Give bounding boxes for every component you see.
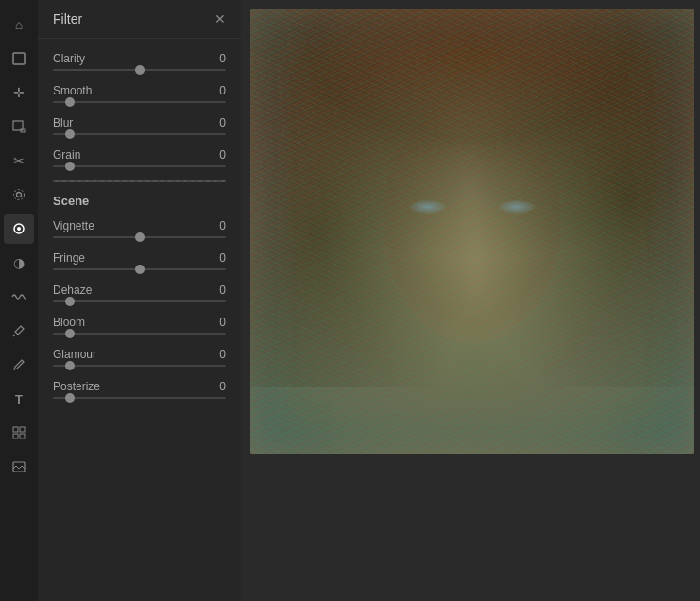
- posterize-slider[interactable]: [53, 397, 226, 399]
- bloom-slider[interactable]: [53, 333, 226, 335]
- fringe-value: 0: [219, 251, 226, 265]
- grain-thumb[interactable]: [65, 162, 75, 171]
- home-icon[interactable]: ⌂: [4, 9, 34, 40]
- vignette-value: 0: [219, 219, 226, 232]
- clarity-thumb[interactable]: [135, 65, 145, 75]
- settings-icon[interactable]: [4, 180, 34, 210]
- text-icon[interactable]: T: [4, 384, 34, 414]
- blur-thumb[interactable]: [65, 129, 75, 139]
- canvas-image[interactable]: [250, 9, 694, 454]
- scene-section-label: Scene: [38, 184, 241, 214]
- filter-header: Filter ✕: [38, 0, 241, 39]
- filter-active-icon[interactable]: [4, 214, 34, 244]
- smooth-slider[interactable]: [53, 101, 226, 103]
- pen-icon[interactable]: [4, 350, 34, 380]
- transform-icon[interactable]: [4, 112, 34, 142]
- dehaze-thumb[interactable]: [65, 297, 75, 306]
- svg-line-7: [13, 335, 15, 336]
- svg-point-6: [17, 227, 21, 231]
- pattern-icon[interactable]: [4, 418, 34, 448]
- svg-rect-8: [13, 427, 18, 432]
- bloom-thumb[interactable]: [65, 329, 75, 338]
- main-canvas-area: [241, 0, 700, 601]
- clarity-slider[interactable]: [53, 69, 226, 71]
- vignette-label: Vignette: [53, 219, 94, 232]
- svg-rect-11: [20, 434, 25, 438]
- glamour-filter: Glamour 0: [38, 342, 241, 374]
- vignette-slider[interactable]: [53, 236, 226, 238]
- smooth-filter: Smooth 0: [38, 78, 241, 111]
- posterize-value: 0: [219, 380, 226, 393]
- dehaze-filter: Dehaze 0: [38, 278, 241, 310]
- vignette-thumb[interactable]: [135, 232, 145, 242]
- grain-filter: Grain 0: [38, 143, 241, 175]
- portrait-background: [250, 9, 694, 454]
- grain-label: Grain: [53, 148, 80, 162]
- glamour-slider[interactable]: [53, 365, 226, 367]
- grain-slider[interactable]: [53, 165, 226, 167]
- blur-slider[interactable]: [53, 133, 226, 135]
- image-icon[interactable]: [4, 452, 34, 482]
- posterize-filter: Posterize 0: [38, 374, 241, 406]
- filter-title: Filter: [53, 11, 82, 26]
- move-icon[interactable]: ✛: [4, 77, 34, 108]
- svg-point-4: [14, 190, 25, 200]
- posterize-label: Posterize: [53, 380, 100, 393]
- dehaze-value: 0: [219, 283, 226, 297]
- svg-rect-10: [13, 434, 18, 438]
- bloom-label: Bloom: [53, 316, 85, 329]
- smooth-value: 0: [219, 84, 226, 97]
- dehaze-slider[interactable]: [53, 300, 226, 302]
- smooth-thumb[interactable]: [65, 97, 75, 107]
- glamour-value: 0: [219, 348, 226, 361]
- filter-body: Clarity 0 Smooth 0 Blur 0: [38, 39, 241, 601]
- vignette-filter: Vignette 0: [38, 214, 241, 246]
- bloom-filter: Bloom 0: [38, 310, 241, 342]
- contrast-icon[interactable]: ◑: [4, 248, 34, 278]
- posterize-thumb[interactable]: [65, 393, 75, 403]
- glamour-thumb[interactable]: [65, 361, 75, 370]
- blur-value: 0: [219, 116, 226, 129]
- filter-close-button[interactable]: ✕: [214, 11, 226, 26]
- grain-value: 0: [219, 148, 226, 162]
- svg-rect-0: [13, 53, 25, 64]
- crop-icon[interactable]: [4, 43, 34, 74]
- left-toolbar: ⌂ ✛ ✂ ◑: [0, 0, 38, 601]
- bloom-value: 0: [219, 316, 226, 329]
- clarity-label: Clarity: [53, 52, 85, 65]
- blur-filter: Blur 0: [38, 111, 241, 143]
- clarity-filter: Clarity 0: [38, 46, 241, 78]
- fringe-filter: Fringe 0: [38, 246, 241, 278]
- dehaze-label: Dehaze: [53, 283, 92, 297]
- smooth-label: Smooth: [53, 84, 92, 97]
- svg-point-3: [17, 193, 22, 197]
- clarity-value: 0: [219, 52, 226, 65]
- filter-panel: Filter ✕ Clarity 0 Smooth 0: [38, 0, 241, 601]
- fringe-label: Fringe: [53, 251, 85, 265]
- wave-icon[interactable]: [4, 282, 34, 312]
- eyedropper-icon[interactable]: [4, 316, 34, 346]
- cut-icon[interactable]: ✂: [4, 146, 34, 176]
- svg-rect-9: [20, 427, 25, 432]
- glamour-label: Glamour: [53, 348, 96, 361]
- fringe-slider[interactable]: [53, 268, 226, 270]
- fringe-thumb[interactable]: [135, 265, 145, 274]
- blur-label: Blur: [53, 116, 73, 129]
